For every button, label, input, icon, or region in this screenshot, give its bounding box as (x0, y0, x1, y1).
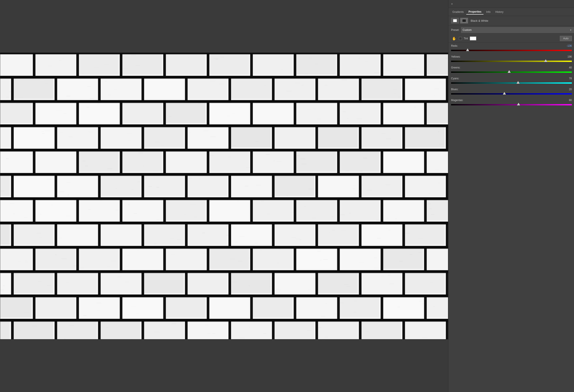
panel-icons-row: Black & White (449, 16, 574, 25)
greens-value: 40 (563, 66, 572, 69)
preset-row: Preset: Custom Default High Contrast Low… (449, 25, 574, 35)
slider-row-blues: Blues: 20 (451, 88, 572, 96)
yellows-value: 196 (563, 55, 572, 58)
preset-label: Preset: (451, 28, 459, 32)
sliders-section: Reds: -136 Yellows: 196 Greens: 40 (449, 43, 574, 392)
tab-gradients[interactable]: Gradients (450, 10, 466, 14)
blues-value: 20 (563, 88, 572, 91)
greens-label: Greens: (451, 66, 460, 69)
magentas-slider[interactable] (451, 103, 572, 105)
yellows-label: Yellows: (451, 55, 461, 58)
slider-row-greens: Greens: 40 (451, 66, 572, 74)
tab-info[interactable]: Info (484, 10, 493, 14)
canvas-image (0, 53, 448, 339)
blues-slider[interactable] (451, 93, 572, 94)
tab-properties[interactable]: Properties (466, 9, 484, 15)
hand-tool-button[interactable]: ✋ (451, 36, 457, 41)
mode-white-icon[interactable] (451, 18, 459, 23)
cyans-label: Cyans: (451, 77, 459, 80)
slider-row-cyans: Cyans: 78 (451, 77, 572, 85)
slider-row-reds: Reds: -136 (451, 44, 572, 53)
close-button[interactable]: × (450, 2, 454, 6)
tint-color-swatch[interactable] (470, 37, 476, 40)
yellows-slider[interactable] (451, 60, 572, 61)
tint-label: Tint (464, 37, 468, 40)
preset-select[interactable]: Custom Default High Contrast Low Contras… (461, 27, 574, 33)
cyans-slider[interactable] (451, 82, 572, 83)
reds-label: Reds: (451, 44, 458, 47)
preset-wrapper: Custom Default High Contrast Low Contras… (461, 27, 572, 33)
greens-slider[interactable] (451, 71, 572, 72)
brick-canvas (0, 53, 448, 339)
slider-row-yellows: Yellows: 196 (451, 55, 572, 63)
slider-row-magentas: Magentas: 80 (451, 99, 572, 107)
canvas-area (0, 0, 448, 392)
tab-history[interactable]: History (493, 10, 505, 14)
reds-value: -136 (563, 44, 572, 47)
magentas-value: 80 (563, 99, 572, 102)
mode-label: Black & White (471, 19, 488, 22)
reds-slider[interactable] (451, 49, 572, 50)
cyans-value: 78 (563, 77, 572, 80)
panel-tabs: Gradients Properties Info History (449, 8, 574, 16)
right-panel: × Gradients Properties Info History Blac… (448, 0, 574, 392)
mode-black-icon[interactable] (460, 18, 468, 23)
panel-header: × (449, 0, 574, 8)
tools-row: ✋ Tint Auto (449, 35, 574, 43)
magentas-label: Magentas: (451, 99, 463, 102)
auto-button[interactable]: Auto (560, 36, 572, 41)
tint-checkbox[interactable] (459, 37, 462, 40)
blues-label: Blues: (451, 88, 458, 91)
